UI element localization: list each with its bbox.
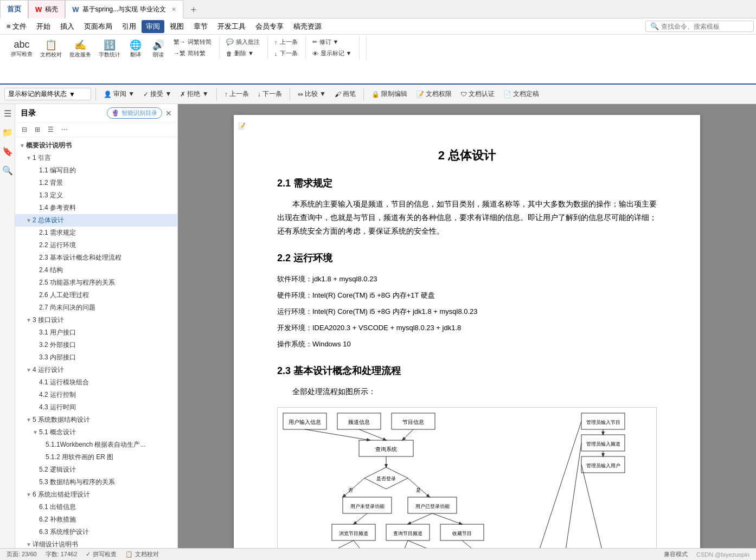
- tab-thesis-close[interactable]: ✕: [171, 6, 176, 13]
- toc-item[interactable]: 4.1 运行模块组合: [15, 376, 177, 389]
- restrict-edit-button[interactable]: 🔒 限制编辑: [368, 88, 411, 100]
- toc-item[interactable]: 3.3 内部接口: [15, 351, 177, 364]
- translate-button[interactable]: 🌐 翻译: [125, 37, 146, 61]
- bookmarks-icon[interactable]: 🔖: [2, 146, 13, 157]
- markup-state-dropdown[interactable]: 显示标记的最终状态 ▼: [4, 88, 91, 100]
- prev-change-button[interactable]: ↑ 上一条: [221, 88, 252, 100]
- menu-view[interactable]: 视图: [165, 20, 188, 33]
- toc-toggle-icon[interactable]: ▼: [26, 492, 33, 498]
- doc-permission-button[interactable]: 📝 文档权限: [413, 88, 455, 100]
- menu-chapter[interactable]: 章节: [189, 20, 212, 33]
- toc-item[interactable]: ▼5 系统数据结构设计: [15, 414, 177, 426]
- files-icon[interactable]: 📁: [2, 127, 13, 138]
- toc-item[interactable]: 2.1 需求规定: [15, 227, 177, 239]
- toc-item[interactable]: 2.2 运行环境: [15, 239, 177, 252]
- doc-check-status[interactable]: 📋 文档校对: [125, 550, 159, 558]
- search-box[interactable]: 🔍: [645, 21, 754, 32]
- toc-item[interactable]: ▼5.1 概念设计: [15, 426, 177, 439]
- toc-item[interactable]: ▼概要设计说明书: [15, 139, 177, 152]
- toc-item[interactable]: ▼4 运行设计: [15, 364, 177, 376]
- toc-item[interactable]: 6.2 补救措施: [15, 513, 177, 526]
- accept-button[interactable]: ✓ 接受 ▼: [140, 88, 175, 100]
- toc-item[interactable]: ▼1 引言: [15, 152, 177, 164]
- toc-more-button[interactable]: ⋯: [59, 125, 70, 134]
- toc-expand-all-button[interactable]: ⊞: [33, 125, 42, 134]
- smart-toc-button[interactable]: 🔮 智能识别目录: [107, 107, 162, 119]
- toc-item[interactable]: 1.1 编写目的: [15, 164, 177, 177]
- reject-button[interactable]: ✗ 拒绝 ▼: [177, 88, 212, 100]
- toc-item[interactable]: 2.5 功能器求与程序的关系: [15, 276, 177, 289]
- toc-item[interactable]: 6.3 系统维护设计: [15, 526, 177, 538]
- toc-item[interactable]: 5.1.2 用软件画的 ER 图: [15, 451, 177, 464]
- toc-item[interactable]: ▼详细设计说明书: [15, 538, 177, 548]
- toc-close-button[interactable]: ✕: [165, 109, 172, 118]
- toc-toggle-icon[interactable]: ▼: [26, 317, 33, 323]
- menu-insert[interactable]: 插入: [56, 20, 79, 33]
- delete-comment-button[interactable]: 🗑 删除 ▼: [223, 48, 263, 59]
- toc-collapse-all-button[interactable]: ⊟: [20, 125, 29, 134]
- search-doc-icon[interactable]: 🔍: [2, 165, 13, 176]
- hamburger-icon: ≡: [7, 22, 11, 30]
- doc-finalize-button[interactable]: 📄 文档定稿: [500, 88, 542, 100]
- menu-file[interactable]: ≡ 文件: [2, 20, 31, 33]
- toc-item[interactable]: ▼6 系统出错处理设计: [15, 488, 177, 501]
- tab-add-button[interactable]: ＋: [183, 0, 204, 18]
- menu-vip[interactable]: 会员专享: [251, 20, 288, 33]
- toc-item[interactable]: 5.3 数据结构与程序的关系: [15, 476, 177, 488]
- toc-item[interactable]: 2.4 结构: [15, 264, 177, 276]
- show-markup-button[interactable]: 👁 显示标记 ▼: [309, 48, 355, 59]
- menu-reference[interactable]: 引用: [118, 20, 140, 33]
- review-button[interactable]: 👤 审阅 ▼: [100, 88, 138, 100]
- toc-item[interactable]: 1.2 背景: [15, 177, 177, 189]
- toc-item[interactable]: 2.6 人工处理过程: [15, 289, 177, 301]
- toc-item[interactable]: ▼3 接口设计: [15, 314, 177, 326]
- tab-draft[interactable]: W 稿壳: [28, 0, 65, 18]
- menu-start[interactable]: 开始: [32, 20, 55, 33]
- toc-toggle-icon[interactable]: ▼: [26, 217, 33, 223]
- document-area[interactable]: 📝 2 总体设计 2.1 需求规定 本系统的主要输入项是频道，节目的信息，如节目…: [178, 104, 756, 548]
- paintbrush-button[interactable]: 🖌 画笔: [331, 88, 359, 100]
- next-change-button[interactable]: ↓ 下一条: [254, 88, 285, 100]
- spell-check-status[interactable]: ✓ 拼写检查: [86, 550, 117, 558]
- toc-item[interactable]: 3.2 外部接口: [15, 339, 177, 351]
- menu-review[interactable]: 审阅: [142, 20, 164, 33]
- toc-item[interactable]: 3.1 用户接口: [15, 326, 177, 339]
- trad-to-simple-button[interactable]: 繁→ 词繁转简: [170, 37, 215, 47]
- search-input[interactable]: [661, 23, 748, 30]
- sidebar-toggle-icon[interactable]: ☰: [4, 108, 11, 119]
- toc-toggle-icon[interactable]: ▼: [26, 417, 33, 423]
- menu-layout[interactable]: 页面布局: [80, 20, 117, 33]
- prev-comment-button[interactable]: ↑ 上一条: [271, 37, 301, 47]
- toc-toggle-icon[interactable]: ▼: [33, 429, 39, 435]
- toc-item[interactable]: 4.3 运行时间: [15, 401, 177, 414]
- toc-view-toggle-button[interactable]: ☰: [46, 125, 56, 134]
- toc-item[interactable]: 1.4 参考资料: [15, 202, 177, 214]
- toc-item[interactable]: 5.2 逻辑设计: [15, 464, 177, 476]
- spell-check-button[interactable]: abc 拼写检查: [8, 37, 36, 60]
- menu-devtools[interactable]: 开发工具: [213, 20, 250, 33]
- doc-proofread-button[interactable]: 📋 文档校对: [37, 37, 65, 61]
- toc-toggle-icon[interactable]: ▼: [26, 367, 33, 373]
- toc-item[interactable]: 4.2 运行控制: [15, 389, 177, 401]
- read-aloud-button[interactable]: 🔊 朗读: [148, 37, 169, 61]
- toc-item[interactable]: ▼2 总体设计: [15, 214, 177, 227]
- toc-toggle-icon[interactable]: ▼: [26, 155, 33, 161]
- toc-item[interactable]: 2.3 基本设计概念和处理流程: [15, 252, 177, 264]
- toc-item[interactable]: 6.1 出错信息: [15, 501, 177, 513]
- simple-to-trad-button[interactable]: →繁 简转繁: [170, 48, 215, 59]
- tab-thesis[interactable]: W 基于spring...与实现 毕业论文 ✕: [65, 0, 183, 18]
- track-changes-button[interactable]: ✏ 修订 ▼: [309, 37, 355, 47]
- doc-auth-button[interactable]: 🛡 文档认证: [457, 88, 498, 100]
- compare-button[interactable]: ⇔ 比较 ▼: [294, 88, 329, 100]
- toc-toggle-icon[interactable]: ▼: [26, 542, 33, 548]
- insert-comment-button[interactable]: 💬 插入批注: [223, 37, 263, 47]
- toc-item[interactable]: 5.1.1Workbench 根据表自动生产...: [15, 439, 177, 451]
- correction-service-button[interactable]: ✍ 批改服务: [66, 37, 94, 61]
- word-count-button[interactable]: 🔢 字数统计: [95, 37, 124, 61]
- next-comment-button[interactable]: ↓ 下一条: [271, 48, 301, 59]
- toc-item[interactable]: 2.7 尚未问决的问题: [15, 301, 177, 314]
- tab-home[interactable]: 首页: [0, 0, 28, 18]
- menu-resources[interactable]: 稿壳资源: [289, 20, 326, 33]
- toc-toggle-icon[interactable]: ▼: [20, 143, 26, 149]
- toc-item[interactable]: 1.3 定义: [15, 189, 177, 202]
